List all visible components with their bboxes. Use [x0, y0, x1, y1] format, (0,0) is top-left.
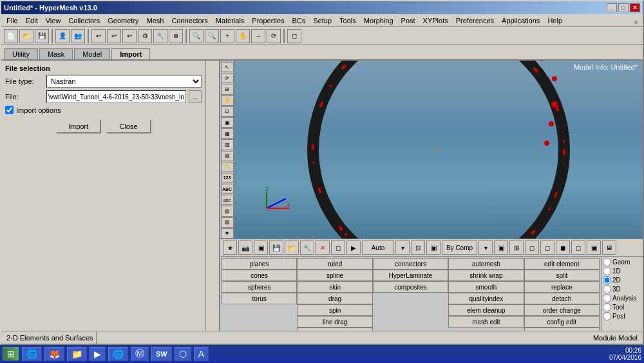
cmd-elem-cleanup[interactable]: elem cleanup [448, 304, 524, 316]
btb21[interactable]: 🖥 [602, 240, 616, 255]
tb14[interactable]: ⟳ [267, 29, 281, 43]
taskbar-firefox[interactable]: 🦊 [44, 347, 64, 361]
tab-import[interactable]: Import [111, 48, 150, 59]
icon-view1[interactable]: ▣ [221, 117, 234, 128]
icon-rotate[interactable]: ⟳ [221, 73, 234, 83]
btb12[interactable]: ▣ [426, 240, 440, 255]
taskbar-chrome[interactable]: 🌐 [108, 347, 128, 361]
btb11[interactable]: ⊡ [411, 240, 425, 255]
icon-xyz[interactable]: 123 [221, 173, 234, 183]
icon-render1[interactable]: ▨ [221, 206, 234, 216]
maximize-btn[interactable]: □ [618, 3, 629, 12]
cmd-config-edit[interactable]: config edit [524, 316, 600, 328]
minimize-btn[interactable]: _ [607, 3, 617, 12]
icon-select[interactable]: ↖ [221, 62, 234, 72]
radio-post[interactable]: Post [603, 312, 641, 320]
taskbar-ie[interactable]: 🌐 [22, 347, 42, 361]
start-btn[interactable]: ⊞ [3, 347, 19, 361]
menu-collectors[interactable]: Collectors [64, 16, 104, 25]
btb7[interactable]: ✕ [316, 240, 330, 255]
btb2[interactable]: 📷 [238, 240, 252, 255]
icon-fit[interactable]: ⊡ [221, 106, 234, 117]
cmd-spline[interactable]: spline [297, 270, 372, 281]
close-panel-btn[interactable]: ✕ [634, 19, 639, 26]
menu-properties[interactable]: Properties [248, 16, 288, 25]
taskbar-hypermesh[interactable]: ⬡ [175, 347, 191, 361]
cmd-shrink-wrap[interactable]: shrink wrap [448, 270, 524, 281]
icon-render2[interactable]: ▧ [221, 217, 234, 228]
cmd-connectors[interactable]: connectors [373, 258, 448, 270]
radio-3d[interactable]: 3D [603, 285, 641, 293]
cmd-automesh[interactable]: automesh [448, 258, 524, 270]
menu-materials[interactable]: Materials [212, 16, 249, 25]
btb15[interactable]: ⊞ [509, 240, 524, 255]
tb12[interactable]: ✋ [236, 29, 250, 43]
import-options-checkbox[interactable] [5, 106, 14, 114]
btb17[interactable]: ◻ [540, 240, 554, 255]
btb8[interactable]: ◻ [331, 240, 345, 255]
btb13[interactable]: ▾ [478, 240, 493, 255]
cmd-replace[interactable]: replace [524, 281, 600, 293]
menu-connectors[interactable]: Connectors [167, 16, 211, 25]
btb14[interactable]: ▣ [494, 240, 508, 255]
radio-geom[interactable]: Geom [603, 258, 641, 266]
tb11[interactable]: + [220, 29, 234, 43]
cmd-line-drag[interactable]: line drag [297, 316, 372, 328]
save-btn[interactable]: 💾 [35, 29, 49, 43]
taskbar-files[interactable]: 📁 [67, 347, 87, 361]
tb8[interactable]: ⊕ [169, 29, 183, 43]
tb7[interactable]: 🔧 [153, 29, 167, 43]
cmd-ruled[interactable]: ruled [297, 258, 372, 270]
cmd-drag[interactable]: drag [297, 293, 372, 304]
cmd-torus[interactable]: torus [222, 293, 297, 304]
tb3[interactable]: ↩ [91, 29, 106, 43]
file-type-select[interactable]: Nastran Abaqus LS-Dyna OptiStruct [46, 75, 202, 88]
btb18[interactable]: ◼ [556, 240, 570, 255]
tb1[interactable]: 👤 [55, 29, 70, 43]
cmd-detach[interactable]: detach [524, 293, 600, 304]
cmd-qualityindex[interactable]: qualityindex [448, 293, 524, 304]
tb9[interactable]: 🔍 [189, 29, 204, 43]
file-path-input[interactable] [46, 90, 186, 103]
taskbar-ansys[interactable]: A [194, 347, 209, 361]
taskbar-sw[interactable]: SW [151, 347, 172, 361]
icon-star[interactable]: ★ [221, 228, 234, 239]
cmd-skin[interactable]: skin [297, 281, 372, 293]
btb20[interactable]: ▣ [587, 240, 601, 255]
btb4[interactable]: 💾 [269, 240, 283, 255]
btb9[interactable]: ▶ [346, 240, 361, 255]
menu-bcs[interactable]: BCs [289, 16, 310, 25]
menu-mesh[interactable]: Mesh [143, 16, 168, 25]
tab-utility[interactable]: Utility [4, 48, 38, 59]
icon-zoom[interactable]: ⊞ [221, 84, 234, 94]
cmd-edit-element[interactable]: edit element [524, 258, 600, 270]
cmd-split[interactable]: split [524, 270, 600, 281]
menu-view[interactable]: View [42, 16, 65, 25]
btb19[interactable]: ◻ [571, 240, 585, 255]
tab-model[interactable]: Model [74, 48, 110, 59]
menu-post[interactable]: Post [397, 16, 419, 25]
icon-label1[interactable]: ABC [221, 184, 234, 194]
menu-preferences[interactable]: Preferences [452, 16, 498, 25]
close-btn[interactable]: ✕ [630, 3, 640, 12]
menu-file[interactable]: File [3, 16, 22, 25]
new-btn[interactable]: 📄 [4, 29, 18, 43]
radio-analysis[interactable]: Analysis [603, 294, 641, 302]
menu-tools[interactable]: Tools [336, 16, 360, 25]
browse-btn[interactable]: ... [189, 90, 202, 103]
cmd-order-change[interactable]: order change [524, 304, 600, 316]
menu-xyplots[interactable]: XYPlots [419, 16, 452, 25]
tb15[interactable]: ◻ [287, 29, 301, 43]
tb4[interactable]: ↩ [107, 29, 121, 43]
tb13[interactable]: → [251, 29, 265, 43]
btb-bycomp[interactable]: By Comp [442, 240, 477, 255]
icon-measure[interactable]: 📏 [221, 162, 234, 172]
tb2[interactable]: 👥 [71, 29, 85, 43]
import-button[interactable]: Import [56, 119, 101, 133]
menu-geometry[interactable]: Geometry [104, 16, 142, 25]
btb5[interactable]: 📂 [285, 240, 299, 255]
cmd-composites[interactable]: composites [373, 281, 448, 293]
menu-edit[interactable]: Edit [22, 16, 42, 25]
radio-tool[interactable]: Tool [603, 303, 641, 311]
btb3[interactable]: ▣ [254, 240, 268, 255]
